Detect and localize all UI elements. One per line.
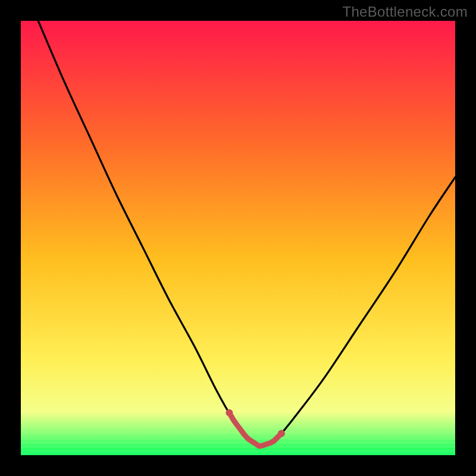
gradient-plot-area [21, 21, 455, 455]
svg-rect-4 [21, 448, 455, 450]
chart-frame: TheBottleneck.com [0, 0, 476, 476]
optimal-match-dot-right [278, 430, 285, 437]
svg-rect-1 [21, 436, 455, 437]
svg-rect-2 [21, 440, 455, 441]
svg-rect-0 [21, 431, 455, 433]
gradient-background [21, 21, 455, 455]
svg-rect-3 [21, 444, 455, 446]
watermark-text: TheBottleneck.com [342, 4, 468, 20]
optimal-match-dot-left [226, 409, 233, 416]
plot-svg [21, 21, 455, 455]
